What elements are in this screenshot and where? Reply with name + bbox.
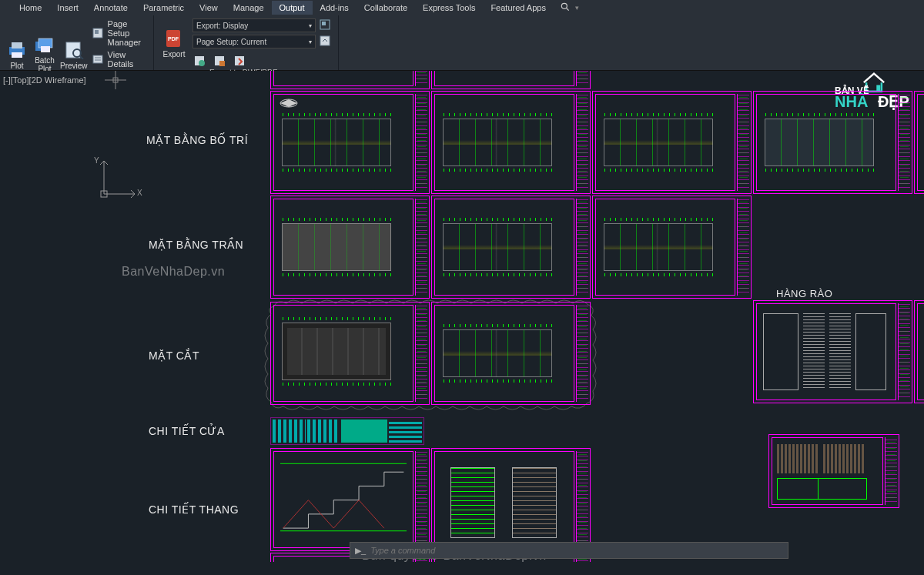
menu-featured-apps[interactable]: Featured Apps <box>483 1 554 15</box>
page-setup-launch-icon[interactable] <box>319 35 331 48</box>
menu-annotate[interactable]: Annotate <box>86 1 136 15</box>
export-options-icon[interactable] <box>233 54 246 68</box>
export-window-icon[interactable] <box>319 18 331 32</box>
drawing-area[interactable]: [-][Top][2D Wireframe] X Y MẶT BẰNG BỐ T… <box>0 71 924 562</box>
export-display-dropdown[interactable]: Export: Display▾ <box>192 18 316 32</box>
sheet-side-3[interactable] <box>768 434 899 508</box>
search-icon[interactable] <box>560 2 572 14</box>
sheet-r2-2[interactable] <box>431 196 591 299</box>
export-dwf-icon[interactable] <box>192 54 206 68</box>
menu-home[interactable]: Home <box>12 1 49 15</box>
view-details-icon <box>92 53 103 65</box>
svg-rect-3 <box>12 42 22 48</box>
sheet-r1-1[interactable] <box>270 91 430 194</box>
plot-button[interactable]: Plot <box>5 35 29 72</box>
preview-icon <box>62 39 86 61</box>
sheet-r3-1[interactable] <box>270 302 430 405</box>
svg-rect-7 <box>41 46 50 52</box>
export-label: Export <box>163 50 186 59</box>
printer-icon <box>5 39 29 61</box>
ribbon: Plot Batch Plot Preview Page Setup Manag… <box>0 15 924 71</box>
chevron-down-icon: ▾ <box>309 38 312 45</box>
export-button[interactable]: PDF Export <box>159 24 189 61</box>
command-chevron-icon: ▶_ <box>355 546 366 556</box>
north-arrow-icon <box>279 98 299 109</box>
sheet-r1-4[interactable] <box>753 91 912 194</box>
command-bar[interactable]: ▶_ <box>350 542 788 559</box>
svg-rect-12 <box>95 30 99 34</box>
svg-point-0 <box>561 3 567 8</box>
page-setup-value: Page Setup: Current <box>196 38 266 46</box>
chevron-down-icon: ▾ <box>309 22 312 29</box>
export-dwfx-icon[interactable] <box>213 54 226 68</box>
svg-line-10 <box>80 56 83 59</box>
svg-rect-26 <box>219 61 225 66</box>
page-setup-icon <box>92 27 103 39</box>
sheet-r1-2[interactable] <box>431 91 591 194</box>
menu-express-tools[interactable]: Express Tools <box>415 1 483 15</box>
preview-label: Preview <box>60 62 88 70</box>
menubar: Home Insert Annotate Parametric View Man… <box>0 0 924 15</box>
svg-rect-4 <box>12 52 22 58</box>
plot-label: Plot <box>10 62 23 70</box>
sheet-r2-1[interactable] <box>270 196 430 299</box>
sheet-r2-3[interactable] <box>592 196 752 299</box>
sheet-top-b[interactable] <box>431 71 591 89</box>
menu-insert[interactable]: Insert <box>49 1 86 15</box>
export-display-value: Export: Display <box>196 22 248 30</box>
sheet-r3-2[interactable] <box>431 302 591 405</box>
view-details-label: View Details <box>108 50 147 69</box>
page-setup-label: Page Setup Manager <box>108 19 147 47</box>
stair-section-icon <box>280 458 407 535</box>
export-pdf-icon: PDF <box>162 28 186 49</box>
menu-dropdown[interactable]: ▾ <box>572 2 582 14</box>
panel-export: PDF Export Export: Display▾ Page Setup: … <box>154 15 339 70</box>
page-setup-manager[interactable]: Page Setup Manager <box>91 18 149 48</box>
page-setup-dropdown[interactable]: Page Setup: Current▾ <box>192 35 316 48</box>
menu-collaborate[interactable]: Collaborate <box>357 1 415 15</box>
batch-plot-button[interactable]: Batch Plot <box>32 35 57 72</box>
sheet-r1-3[interactable] <box>592 91 752 194</box>
menu-addins[interactable]: Add-ins <box>313 1 357 15</box>
panel-plot: Plot Batch Plot Preview Page Setup Manag… <box>0 15 154 70</box>
menu-view[interactable]: View <box>192 1 226 15</box>
svg-point-24 <box>199 60 205 66</box>
svg-line-1 <box>567 8 569 11</box>
menu-manage[interactable]: Manage <box>226 1 272 15</box>
svg-rect-21 <box>322 22 326 25</box>
view-details[interactable]: View Details <box>91 49 149 69</box>
sheet-top-a[interactable] <box>270 71 430 89</box>
svg-rect-13 <box>93 55 102 63</box>
svg-rect-22 <box>320 36 330 45</box>
sheet-r5-2[interactable] <box>431 448 591 551</box>
sheet-side-1[interactable] <box>753 300 912 403</box>
sheet-r5-1[interactable] <box>270 448 430 551</box>
sheets-container <box>0 71 924 562</box>
menu-parametric[interactable]: Parametric <box>136 1 192 15</box>
batch-plot-icon <box>32 37 57 55</box>
sheet-r4-1[interactable] <box>270 417 424 445</box>
sheet-r1-5[interactable] <box>914 91 924 194</box>
command-input[interactable] <box>370 546 783 555</box>
sheet-side-2[interactable] <box>914 300 924 403</box>
svg-text:PDF: PDF <box>168 36 179 42</box>
preview-button[interactable]: Preview <box>60 35 88 72</box>
menu-output[interactable]: Output <box>272 1 313 15</box>
